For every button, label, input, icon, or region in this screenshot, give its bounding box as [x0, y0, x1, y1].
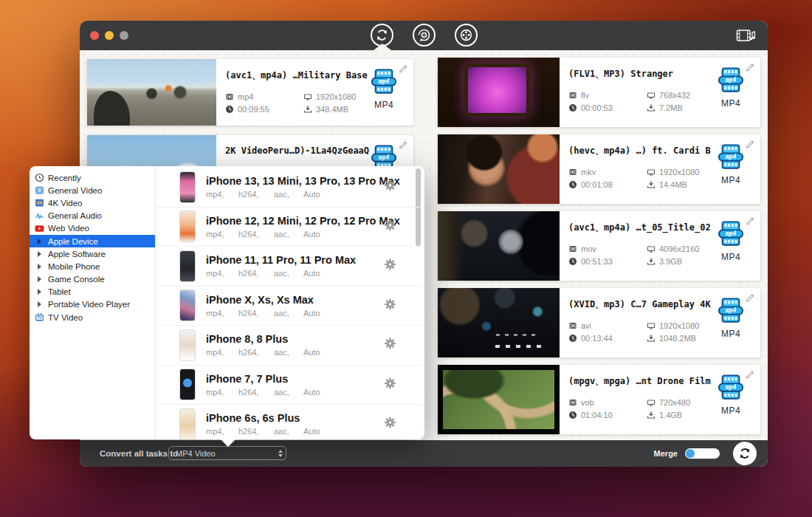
device-thumbnail — [179, 171, 196, 203]
category-label: Portable Video Player — [48, 300, 130, 309]
panel-caret — [220, 439, 236, 447]
gear-icon[interactable] — [384, 338, 396, 353]
video-editor-tab-icon[interactable] — [455, 24, 478, 47]
download-size-icon — [647, 257, 656, 266]
container-format: mov — [568, 244, 641, 253]
edit-icon[interactable] — [745, 292, 755, 305]
convert-all-label: Convert all tasks to — [100, 449, 178, 458]
device-preset-row[interactable]: iPhone 13, 13 Mini, 13 Pro, 13 Pro Max m… — [156, 168, 424, 208]
gear-icon[interactable] — [384, 298, 396, 313]
category-web-video[interactable]: Web Video — [30, 222, 155, 235]
media-task-card[interactable]: (mpgv、mpga) …nt Drone Film vob 720x480 0… — [438, 365, 760, 434]
device-name: iPhone 6s, 6s Plus — [206, 412, 336, 424]
duration: 00:01:08 — [568, 180, 641, 189]
monitor-icon — [647, 244, 656, 253]
clock-icon — [35, 173, 44, 182]
device-preset-list: iPhone 13, 13 Mini, 13 Pro, 13 Pro Max m… — [155, 166, 424, 439]
device-preset-row[interactable]: iPhone X, Xs, Xs Max mp4,h264,aac,Auto — [156, 287, 424, 326]
output-format-label: MP4 — [712, 405, 750, 416]
media-task-card[interactable]: (hevc、mp4a) …) ft. Cardi B mkv 1920x1080… — [438, 134, 760, 204]
toggle-knob — [686, 449, 695, 458]
media-task-card[interactable]: (avc1、mp4a) …t_05_Title_02 mov 4096x2160… — [438, 211, 760, 281]
waveform-icon — [35, 211, 44, 221]
fullscreen-button[interactable] — [120, 31, 128, 40]
device-preset-row[interactable]: iPhone 12, 12 Mini, 12 Pro, 12 Pro Max m… — [156, 208, 424, 247]
device-name: iPhone 8, 8 Plus — [206, 333, 336, 345]
minimize-button[interactable] — [105, 31, 114, 40]
media-task-card[interactable]: (FLV1、MP3) Stranger flv 768x432 00:00:53 — [438, 58, 760, 127]
expand-triangle-icon — [35, 275, 44, 284]
file-format-icon — [568, 244, 577, 253]
download-size-icon — [647, 180, 656, 189]
device-name: iPhone 7, 7 Plus — [206, 373, 336, 385]
device-preset-row[interactable]: iPhone 6s, 6s Plus mp4,h264,aac,Auto — [156, 405, 424, 439]
category-general-video[interactable]: General Video — [30, 184, 155, 196]
dvd-ripper-tab-icon[interactable] — [413, 24, 436, 47]
edit-icon[interactable] — [745, 138, 755, 151]
category-apple-software[interactable]: Apple Software — [30, 247, 155, 260]
mp4-format-icon: mp4 — [717, 144, 745, 171]
edit-icon[interactable] — [745, 61, 755, 75]
merge-toggle[interactable] — [685, 448, 720, 459]
media-library-icon[interactable] — [736, 27, 756, 47]
device-thumbnail — [179, 408, 196, 439]
clock-icon — [225, 105, 234, 114]
container-format: mp4 — [225, 92, 297, 101]
gear-icon[interactable] — [384, 258, 396, 274]
media-task-card[interactable]: (XVID、mp3) C…7 Gameplay 4K avi 1920x1080… — [438, 288, 760, 357]
download-size-icon — [647, 334, 656, 343]
device-text: iPhone 6s, 6s Plus mp4,h264,aac,Auto — [206, 412, 336, 436]
mp4-format-icon: mp4 — [717, 298, 745, 325]
titlebar — [80, 21, 768, 50]
device-specs: mp4,h264,aac,Auto — [206, 427, 336, 436]
category-tablet[interactable]: Tablet — [30, 286, 155, 298]
edit-icon[interactable] — [745, 215, 755, 228]
svg-text:mp4: mp4 — [725, 230, 737, 237]
category-tv-video[interactable]: TV TV Video — [30, 311, 155, 323]
device-text: iPhone 12, 12 Mini, 12 Pro, 12 Pro Max m… — [206, 215, 400, 239]
mp4-format-icon: mp4 — [717, 374, 745, 402]
close-button[interactable] — [90, 31, 99, 40]
file-format-icon — [225, 92, 234, 101]
category-game-console[interactable]: Game Console — [30, 273, 155, 286]
svg-text:mp4: mp4 — [725, 384, 737, 391]
gear-icon[interactable] — [384, 179, 396, 195]
edit-icon[interactable] — [745, 369, 755, 382]
device-text: iPhone X, Xs, Xs Max mp4,h264,aac,Auto — [206, 294, 336, 318]
device-thumbnail — [179, 290, 196, 321]
device-specs: mp4,h264,aac,Auto — [206, 309, 336, 318]
mp4-format-icon: mp4 — [717, 67, 745, 95]
device-preset-row[interactable]: iPhone 11, 11 Pro, 11 Pro Max mp4,h264,a… — [156, 247, 424, 287]
convert-button[interactable] — [733, 442, 757, 465]
output-format-dropdown[interactable]: MP4 Video — [168, 446, 286, 460]
gear-icon[interactable] — [384, 219, 396, 234]
edit-icon[interactable] — [398, 63, 408, 76]
expand-triangle-icon — [35, 261, 44, 271]
container-format: flv — [568, 91, 641, 100]
device-name: iPhone 11, 11 Pro, 11 Pro Max — [206, 254, 356, 266]
device-preset-row[interactable]: iPhone 7, 7 Plus mp4,h264,aac,Auto — [156, 366, 424, 405]
clock-icon — [568, 180, 577, 189]
bottom-toolbar: Convert all tasks to MP4 Video Merge — [80, 440, 768, 467]
mp4-format-icon: mp4 — [717, 221, 745, 248]
video-thumbnail — [438, 134, 560, 204]
media-info: (FLV1、MP3) Stranger flv 768x432 00:00:53 — [560, 58, 760, 127]
category-recently[interactable]: Recently — [30, 171, 155, 184]
media-task-card[interactable]: (avc1、mp4a) …Military Base mp4 1920x1080… — [87, 59, 413, 126]
output-format-label: MP4 — [712, 329, 750, 339]
output-format-label: MP4 — [712, 98, 750, 109]
category-general-audio[interactable]: General Audio — [30, 210, 155, 222]
device-text: iPhone 7, 7 Plus mp4,h264,aac,Auto — [206, 373, 336, 397]
device-preset-row[interactable]: iPhone 8, 8 Plus mp4,h264,aac,Auto — [156, 326, 424, 366]
edit-icon[interactable] — [398, 139, 408, 152]
file-format-icon — [568, 91, 577, 100]
category-portable-video-player[interactable]: Portable Video Player — [30, 298, 155, 311]
svg-text:TV: TV — [37, 316, 42, 320]
device-specs: mp4,h264,aac,Auto — [206, 269, 356, 278]
category-4k-video[interactable]: 4K 4K Video — [30, 196, 155, 209]
category-apple-device[interactable]: Apple Device — [30, 235, 155, 247]
container-format: mkv — [568, 168, 641, 177]
gear-icon[interactable] — [384, 377, 396, 392]
gear-icon[interactable] — [384, 417, 396, 432]
category-mobile-phone[interactable]: Mobile Phone — [30, 260, 155, 273]
